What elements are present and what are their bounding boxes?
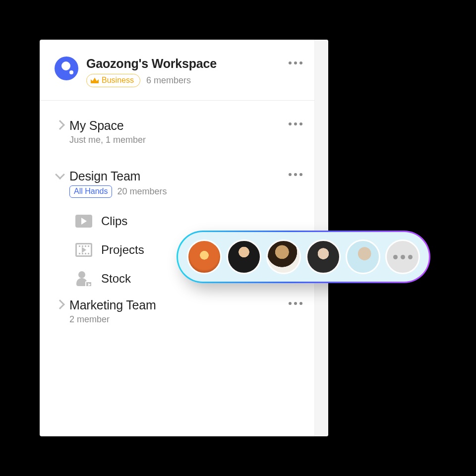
space-more-button[interactable] (289, 119, 302, 125)
space-row-my-space[interactable]: My Space Just me, 1 member (40, 101, 314, 154)
space-row-design-team[interactable]: Design Team All Hands 20 members (40, 154, 314, 207)
workspace-more-button[interactable] (289, 61, 302, 64)
members-overflow-button[interactable] (385, 239, 420, 274)
member-avatar[interactable] (266, 239, 301, 274)
space-members-count: 20 members (117, 186, 167, 197)
member-avatar[interactable] (187, 239, 222, 274)
stock-icon (75, 271, 92, 286)
workspace-header: Gaozong's Workspace Business 6 members (40, 40, 314, 101)
nav-item-label: Projects (101, 243, 144, 257)
plan-badge: Business (86, 74, 140, 87)
clips-icon (75, 214, 92, 229)
space-title: My Space (69, 119, 289, 133)
chevron-right-icon (55, 299, 65, 309)
space-subtitle: Just me, 1 member (69, 135, 146, 145)
space-more-button[interactable] (289, 298, 302, 305)
space-subtitle: 2 member (69, 314, 110, 325)
space-title: Marketing Team (69, 298, 289, 312)
space-tag-badge: All Hands (69, 185, 112, 198)
chevron-right-icon (55, 120, 65, 130)
space-title: Design Team (69, 169, 289, 183)
member-avatar[interactable] (306, 239, 341, 274)
nav-item-label: Stock (101, 272, 131, 286)
space-more-button[interactable] (289, 169, 302, 176)
chevron-down-icon (55, 170, 65, 179)
workspace-title: Gaozong's Workspace (86, 57, 289, 71)
workspace-logo-icon (55, 57, 78, 80)
member-avatar[interactable] (227, 239, 261, 274)
crown-icon (91, 77, 99, 83)
member-avatar[interactable] (346, 239, 380, 274)
space-row-marketing-team[interactable]: Marketing Team 2 member (40, 293, 314, 334)
nav-item-label: Clips (101, 214, 127, 228)
plan-label: Business (102, 75, 134, 86)
projects-icon (75, 242, 92, 257)
workspace-members-count: 6 members (146, 75, 191, 86)
members-pill (177, 231, 430, 283)
